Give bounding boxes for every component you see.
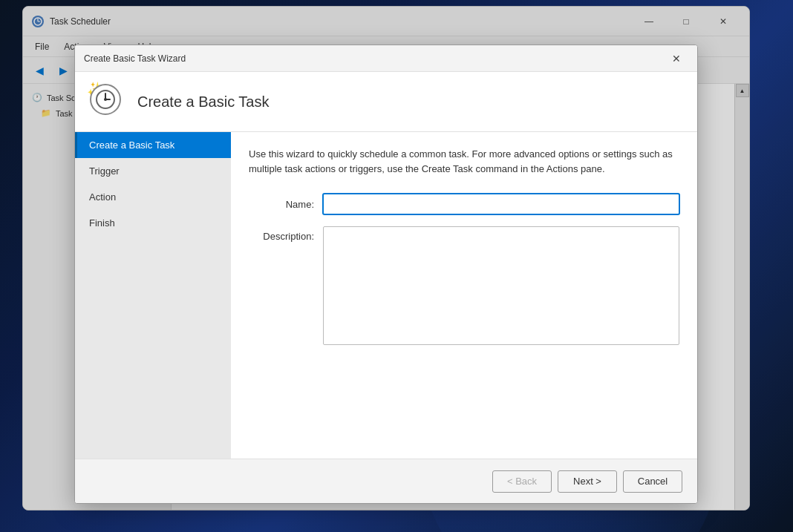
svg-point-6 (104, 98, 107, 101)
cancel-button[interactable]: Cancel (623, 470, 682, 493)
wizard-close-button[interactable]: ✕ (665, 48, 688, 69)
nav-item-action[interactable]: Action (75, 184, 231, 210)
description-label: Description: (249, 226, 323, 242)
nav-item-create-basic-task[interactable]: Create a Basic Task (75, 132, 231, 158)
wizard-content: Use this wizard to quickly schedule a co… (231, 132, 697, 459)
nav-item-trigger[interactable]: Trigger (75, 158, 231, 184)
nav-item-finish[interactable]: Finish (75, 210, 231, 236)
name-input[interactable] (323, 194, 679, 214)
wizard-description: Use this wizard to quickly schedule a co… (249, 147, 679, 176)
next-button[interactable]: Next > (558, 470, 617, 493)
back-button[interactable]: < Back (492, 470, 552, 493)
description-field-row: Description: (249, 226, 679, 345)
wizard-titlebar: Create Basic Task Wizard ✕ (75, 45, 697, 72)
wizard-footer: < Back Next > Cancel (75, 459, 697, 503)
name-label: Name: (249, 199, 323, 210)
name-field-row: Name: (249, 194, 679, 214)
description-textarea[interactable] (323, 226, 679, 345)
wizard-nav: Create a Basic Task Trigger Action Finis… (75, 132, 231, 459)
clock-icon (90, 84, 121, 115)
wizard-body: Create a Basic Task Trigger Action Finis… (75, 132, 697, 459)
wizard-dialog: Create Basic Task Wizard ✕ ✨ Create a Ba… (74, 45, 698, 504)
wizard-header-icon: ✨ (90, 84, 125, 119)
wizard-dialog-title: Create Basic Task Wizard (84, 53, 665, 64)
wizard-header: ✨ Create a Basic Task (75, 72, 697, 132)
modal-overlay: Create Basic Task Wizard ✕ ✨ Create a Ba… (0, 0, 793, 532)
wizard-header-title: Create a Basic Task (137, 93, 270, 111)
